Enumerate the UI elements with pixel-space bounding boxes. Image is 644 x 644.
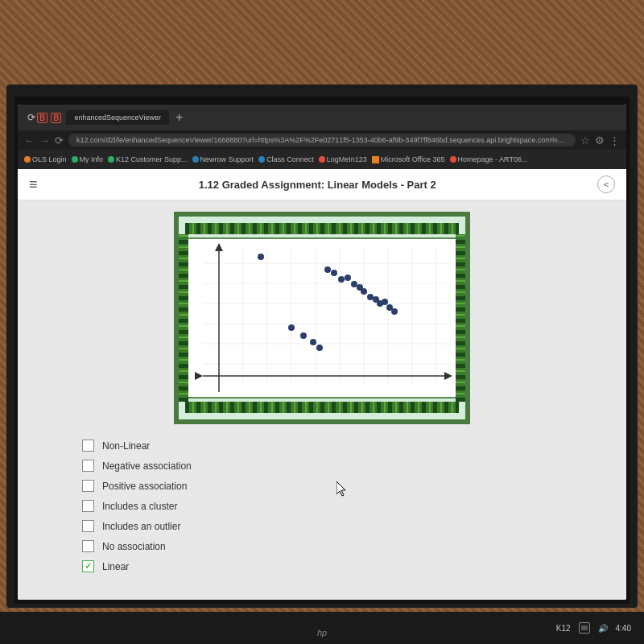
bookmark-myinfo-label: My Info (80, 155, 104, 163)
address-bar[interactable]: k12.com/d2l/le/enhancedSequenceViewer/16… (68, 134, 576, 147)
bookmark-logmein-icon (319, 156, 325, 163)
bookmark-myinfo-icon (72, 156, 78, 163)
svg-marker-17 (444, 372, 452, 380)
chart-section (18, 212, 626, 424)
svg-point-25 (345, 275, 351, 281)
bookmark-class[interactable]: Class Connect (258, 155, 314, 163)
checkbox-linear-box[interactable]: ✓ (82, 560, 94, 572)
checkbox-linear-label: Linear (102, 561, 129, 572)
hamburger-icon[interactable]: ≡ (29, 176, 38, 193)
checkbox-negative[interactable]: Negative association (82, 456, 562, 476)
bookmark-newrow[interactable]: Newrow Support (192, 155, 254, 163)
bookmark-class-icon (258, 156, 265, 163)
bookmark-homepage[interactable]: Homepage - ART06... (450, 155, 528, 163)
svg-point-21 (258, 254, 264, 260)
bookmark-ols-icon (24, 156, 31, 163)
checkbox-outlier-box[interactable] (82, 520, 94, 532)
bookmark-office-label: Microsoft Office 365 (381, 155, 445, 163)
hp-logo: hp (317, 628, 327, 638)
deco-left (179, 234, 188, 402)
bookmark-ols-label: OLS Login (32, 155, 67, 163)
checkbox-non-linear-label: Non-Linear (102, 440, 150, 452)
address-bar-row: ← → ⟳ k12.com/d2l/le/enhancedSequenceVie… (18, 130, 626, 150)
checkboxes-section: Non-Linear Negative association Positive… (18, 431, 626, 581)
svg-marker-18 (195, 372, 203, 380)
volume-icon: 🔊 (598, 624, 608, 633)
checkbox-cluster[interactable]: Includes a cluster (82, 496, 562, 516)
checkbox-positive-box[interactable] (82, 480, 94, 492)
menu-dots-icon[interactable]: ⋮ (609, 134, 620, 147)
nav-forward-icon[interactable]: → (39, 134, 50, 147)
svg-point-28 (361, 288, 367, 295)
checkmark-icon: ✓ (85, 561, 92, 572)
bookmark-k12-label: K12 Customer Supp... (116, 155, 188, 163)
svg-point-23 (331, 270, 337, 276)
svg-point-26 (351, 281, 357, 287)
bookmark-office-icon (372, 156, 379, 163)
checkbox-no-assoc-box[interactable] (82, 540, 94, 552)
checkbox-no-assoc-label: No association (102, 541, 166, 552)
checkbox-outlier-label: Includes an outlier (102, 521, 180, 532)
checkbox-non-linear-box[interactable] (82, 440, 94, 452)
bookmark-homepage-icon (450, 156, 456, 163)
grid-svg (187, 239, 460, 400)
checkbox-positive[interactable]: Positive association (82, 476, 562, 496)
svg-point-24 (338, 276, 345, 283)
checkbox-linear[interactable]: ✓ Linear (82, 556, 562, 576)
bookmarks-bar: OLS Login My Info K12 Customer Supp... N… (18, 150, 626, 169)
deco-bottom (185, 402, 459, 413)
browser-window: ⟳ B B enhancedSequenceViewer + ← → ⟳ k12… (18, 105, 626, 600)
checkbox-positive-label: Positive association (102, 481, 187, 492)
tab-icons: ⟳ B B (23, 112, 66, 123)
checkbox-cluster-box[interactable] (82, 500, 94, 512)
checkbox-outlier[interactable]: Includes an outlier (82, 516, 562, 536)
checkbox-non-linear[interactable]: Non-Linear (82, 436, 562, 456)
nav-refresh-icon[interactable]: ⟳ (55, 134, 64, 147)
bookmark-logmein-label: LogMeIn123 (327, 155, 367, 163)
bookmark-office[interactable]: Microsoft Office 365 (372, 155, 445, 163)
svg-point-35 (288, 324, 295, 331)
svg-point-29 (367, 294, 374, 300)
time-display: 4:40 (616, 624, 631, 633)
svg-point-22 (324, 266, 331, 273)
checkbox-no-assoc[interactable]: No association (82, 536, 562, 556)
chart-inner (185, 237, 459, 398)
svg-point-34 (391, 308, 398, 315)
svg-marker-20 (215, 243, 223, 251)
screen-icon (579, 622, 590, 634)
bookmark-logmein[interactable]: LogMeIn123 (319, 155, 367, 163)
svg-point-32 (382, 299, 388, 305)
active-tab[interactable]: enhancedSequenceViewer (66, 110, 168, 125)
checkbox-negative-label: Negative association (102, 460, 192, 472)
bookmark-homepage-label: Homepage - ART06... (458, 155, 528, 163)
bookmark-newrow-icon (192, 156, 199, 163)
checkbox-cluster-label: Includes a cluster (102, 501, 177, 512)
bookmark-newrow-label: Newrow Support (200, 155, 254, 163)
add-tab-button[interactable]: + (171, 110, 188, 125)
bookmark-my-info[interactable]: My Info (72, 155, 104, 163)
svg-point-38 (316, 345, 323, 351)
back-button[interactable]: < (597, 175, 615, 193)
deco-right (456, 234, 465, 402)
bookmark-k12-icon (108, 156, 114, 163)
bookmark-class-label: Class Connect (266, 155, 314, 163)
page-content: ≡ 1.12 Graded Assignment: Linear Models … (18, 169, 626, 600)
svg-point-36 (300, 332, 307, 339)
nav-back-icon[interactable]: ← (24, 134, 35, 147)
bookmark-ols-login[interactable]: OLS Login (24, 155, 67, 163)
page-title: 1.12 Graded Assignment: Linear Models - … (38, 179, 597, 191)
svg-point-37 (310, 339, 316, 345)
k12-label: K12 (556, 624, 571, 633)
page-header: ≡ 1.12 Graded Assignment: Linear Models … (18, 169, 626, 200)
screen-display (581, 625, 588, 630)
checkbox-negative-box[interactable] (82, 460, 94, 472)
tab-icon-3: B (51, 113, 61, 123)
bookmark-star-icon[interactable]: ☆ (580, 134, 590, 147)
extensions-icon[interactable]: ⚙ (595, 134, 605, 147)
bookmark-k12[interactable]: K12 Customer Supp... (108, 155, 188, 163)
chart-outer-frame (174, 212, 470, 424)
tab-bar: ⟳ B B enhancedSequenceViewer + (18, 105, 626, 130)
tab-icon-2: B (37, 113, 47, 123)
deco-top (185, 223, 459, 234)
tab-icon-1: ⟳ (27, 112, 35, 123)
